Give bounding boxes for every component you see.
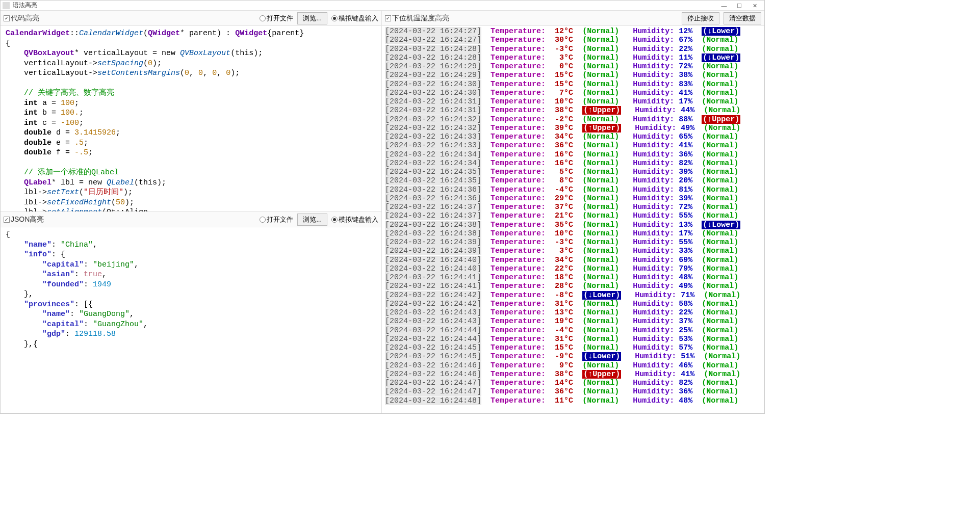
checkbox-icon: ✓ — [4, 217, 10, 223]
log-row: [2024-03-22 16:24:31] Temperature: 10°C … — [385, 97, 761, 106]
openfile-radio[interactable]: 打开文件 — [260, 14, 293, 23]
titlebar: 语法高亮 — ☐ ✕ — [1, 1, 764, 11]
siminput-radio-json[interactable]: 模拟键盘输入 — [331, 215, 378, 224]
log-row: [2024-03-22 16:24:34] Temperature: 16°C … — [385, 150, 761, 159]
temphum-checkbox-label: 下位机温湿度高亮 — [392, 14, 449, 23]
log-row: [2024-03-22 16:24:39] Temperature: 3°C (… — [385, 247, 761, 255]
app-window: 语法高亮 — ☐ ✕ ✓ 代码高亮 打开文件 浏览... — [0, 0, 765, 414]
content: ✓ 代码高亮 打开文件 浏览... 模拟键盘输入 CalendarWidget:… — [1, 11, 764, 413]
log-row: [2024-03-22 16:24:28] Temperature: 3°C (… — [385, 54, 761, 62]
siminput-radio[interactable]: 模拟键盘输入 — [331, 14, 378, 23]
radio-icon — [260, 217, 266, 223]
log-row: [2024-03-22 16:24:35] Temperature: 5°C (… — [385, 168, 761, 176]
log-row: [2024-03-22 16:24:45] Temperature: 15°C … — [385, 343, 761, 352]
log-row: [2024-03-22 16:24:35] Temperature: 8°C (… — [385, 176, 761, 185]
log-row: [2024-03-22 16:24:43] Temperature: 13°C … — [385, 308, 761, 317]
log-row: [2024-03-22 16:24:30] Temperature: 15°C … — [385, 80, 761, 89]
log-row: [2024-03-22 16:24:43] Temperature: 19°C … — [385, 317, 761, 326]
json-editor[interactable]: { "name": "China", "info": { "capital": … — [1, 227, 381, 413]
clear-data-button[interactable]: 清空数据 — [724, 12, 761, 24]
log-row: [2024-03-22 16:24:29] Temperature: 0°C (… — [385, 62, 761, 71]
log-row: [2024-03-22 16:24:46] Temperature: 9°C (… — [385, 361, 761, 370]
checkbox-icon: ✓ — [385, 15, 391, 21]
log-row: [2024-03-22 16:24:41] Temperature: 18°C … — [385, 273, 761, 282]
log-row: [2024-03-22 16:24:38] Temperature: 10°C … — [385, 229, 761, 238]
log-row: [2024-03-22 16:24:27] Temperature: 12°C … — [385, 27, 761, 36]
log-row: [2024-03-22 16:24:47] Temperature: 14°C … — [385, 379, 761, 387]
log-row: [2024-03-22 16:24:36] Temperature: 29°C … — [385, 194, 761, 203]
json-panel-header: ✓ JSON高亮 打开文件 浏览... 模拟键盘输入 — [1, 212, 381, 227]
log-row: [2024-03-22 16:24:28] Temperature: -3°C … — [385, 45, 761, 54]
log-row: [2024-03-22 16:24:37] Temperature: 21°C … — [385, 211, 761, 220]
code-panel-header: ✓ 代码高亮 打开文件 浏览... 模拟键盘输入 — [1, 11, 381, 26]
code-panel: ✓ 代码高亮 打开文件 浏览... 模拟键盘输入 CalendarWidget:… — [1, 11, 381, 212]
log-row: [2024-03-22 16:24:40] Temperature: 34°C … — [385, 256, 761, 264]
left-column: ✓ 代码高亮 打开文件 浏览... 模拟键盘输入 CalendarWidget:… — [1, 11, 382, 413]
siminput-label: 模拟键盘输入 — [339, 14, 378, 23]
log-row: [2024-03-22 16:24:47] Temperature: 36°C … — [385, 387, 761, 396]
log-row: [2024-03-22 16:24:29] Temperature: 15°C … — [385, 71, 761, 79]
log-row: [2024-03-22 16:24:34] Temperature: 16°C … — [385, 159, 761, 168]
radio-icon — [331, 217, 338, 223]
close-button[interactable]: ✕ — [747, 1, 762, 10]
json-panel: ✓ JSON高亮 打开文件 浏览... 模拟键盘输入 { "name": "Ch… — [1, 212, 381, 413]
siminput-label-json: 模拟键盘输入 — [339, 215, 378, 224]
maximize-button[interactable]: ☐ — [732, 1, 747, 10]
log-row: [2024-03-22 16:24:39] Temperature: -3°C … — [385, 238, 761, 247]
browse-button-json[interactable]: 浏览... — [297, 214, 327, 226]
openfile-label: 打开文件 — [267, 14, 293, 23]
log-row: [2024-03-22 16:24:38] Temperature: 35°C … — [385, 221, 761, 229]
log-row: [2024-03-22 16:24:42] Temperature: -8°C … — [385, 291, 761, 300]
code-editor[interactable]: CalendarWidget::CalendarWidget(QWidget* … — [1, 26, 381, 211]
code-highlight-checkbox[interactable]: ✓ 代码高亮 — [4, 14, 39, 23]
log-row: [2024-03-22 16:24:36] Temperature: -4°C … — [385, 185, 761, 194]
code-checkbox-label: 代码高亮 — [11, 14, 39, 23]
window-title: 语法高亮 — [13, 1, 716, 10]
log-row: [2024-03-22 16:24:41] Temperature: 28°C … — [385, 282, 761, 290]
radio-icon — [260, 15, 266, 21]
radio-icon — [331, 15, 338, 21]
log-row: [2024-03-22 16:24:48] Temperature: 11°C … — [385, 396, 761, 405]
log-row: [2024-03-22 16:24:33] Temperature: 36°C … — [385, 141, 761, 150]
log-row: [2024-03-22 16:24:42] Temperature: 31°C … — [385, 300, 761, 308]
browse-button[interactable]: 浏览... — [297, 12, 327, 24]
log-row: [2024-03-22 16:24:40] Temperature: 22°C … — [385, 264, 761, 273]
log-row: [2024-03-22 16:24:32] Temperature: 39°C … — [385, 124, 761, 132]
temphum-highlight-checkbox[interactable]: ✓ 下位机温湿度高亮 — [385, 14, 449, 23]
openfile-radio-json[interactable]: 打开文件 — [260, 215, 293, 224]
log-row: [2024-03-22 16:24:32] Temperature: -2°C … — [385, 115, 761, 124]
json-checkbox-label: JSON高亮 — [11, 215, 44, 224]
log-viewer[interactable]: [2024-03-22 16:24:27] Temperature: 12°C … — [382, 26, 764, 413]
log-row: [2024-03-22 16:24:44] Temperature: 31°C … — [385, 335, 761, 343]
log-row: [2024-03-22 16:24:46] Temperature: 38°C … — [385, 370, 761, 379]
log-row: [2024-03-22 16:24:27] Temperature: 30°C … — [385, 36, 761, 44]
log-row: [2024-03-22 16:24:45] Temperature: -9°C … — [385, 352, 761, 361]
log-row: [2024-03-22 16:24:33] Temperature: 34°C … — [385, 132, 761, 141]
stop-receive-button[interactable]: 停止接收 — [682, 12, 719, 24]
app-icon — [3, 2, 10, 9]
minimize-button[interactable]: — — [716, 1, 732, 10]
log-row: [2024-03-22 16:24:30] Temperature: 7°C (… — [385, 89, 761, 97]
right-column: ✓ 下位机温湿度高亮 停止接收 清空数据 [2024-03-22 16:24:2… — [382, 11, 764, 413]
log-row: [2024-03-22 16:24:44] Temperature: -4°C … — [385, 326, 761, 335]
log-row: [2024-03-22 16:24:37] Temperature: 37°C … — [385, 203, 761, 211]
log-panel-header: ✓ 下位机温湿度高亮 停止接收 清空数据 — [382, 11, 764, 26]
openfile-label-json: 打开文件 — [267, 215, 293, 224]
log-row: [2024-03-22 16:24:31] Temperature: 38°C … — [385, 106, 761, 115]
json-highlight-checkbox[interactable]: ✓ JSON高亮 — [4, 215, 44, 224]
checkbox-icon: ✓ — [4, 15, 10, 21]
